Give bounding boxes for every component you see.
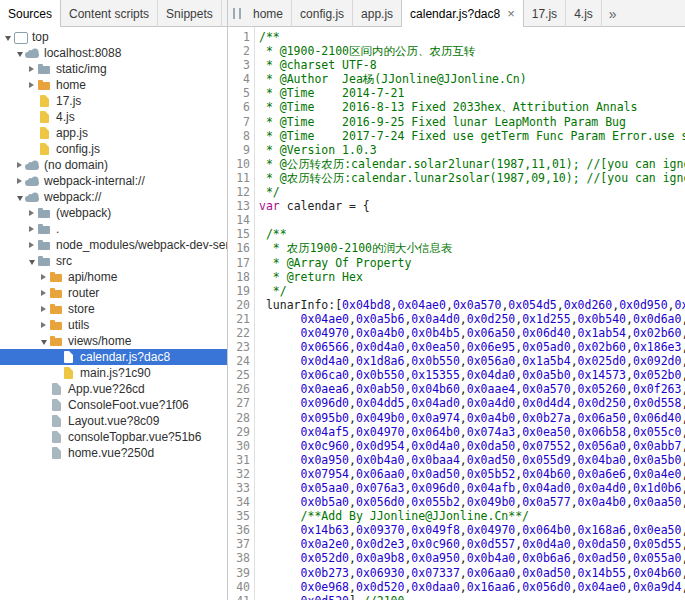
line-number[interactable]: 38 [228,551,250,565]
line-number[interactable]: 6 [228,100,250,114]
line-number[interactable]: 37 [228,537,250,551]
line-number[interactable]: 39 [228,566,250,580]
tree-item-4-js[interactable]: 4.js [0,109,227,125]
tree-item-app-vue-26cd[interactable]: App.vue?26cd [0,381,227,397]
expand-arrow-icon[interactable] [26,226,37,232]
line-number[interactable]: 33 [228,481,250,495]
line-number[interactable]: 29 [228,425,250,439]
line-number[interactable]: 11 [228,171,250,185]
line-number[interactable]: 30 [228,439,250,453]
close-tab-icon[interactable]: × [507,7,515,20]
tree-item-static-img[interactable]: static/img [0,61,227,77]
line-number[interactable]: 27 [228,396,250,410]
tree-item-home-vue-250d[interactable]: home.vue?250d [0,445,227,461]
tree-item-home[interactable]: home [0,77,227,93]
file-tab-4-js[interactable]: 4.js [566,0,602,27]
expand-arrow-icon[interactable] [14,162,25,168]
tree-item-node-modules-webpack-dev-serve[interactable]: node_modules/webpack-dev-serve [0,237,227,253]
line-number[interactable]: 16 [228,241,250,255]
line-number[interactable]: 24 [228,354,250,368]
tree-item-router[interactable]: router [0,285,227,301]
line-number[interactable]: 41 [228,594,250,600]
line-number[interactable]: 17 [228,256,250,270]
line-number[interactable]: 7 [228,115,250,129]
clipped-tab-icon[interactable] [233,8,241,19]
line-number[interactable]: 9 [228,143,250,157]
tab-overflow-button[interactable]: » [602,7,624,21]
line-number[interactable]: 5 [228,86,250,100]
tree-item-utils[interactable]: utils [0,317,227,333]
panel-tab-content-scripts[interactable]: Content scripts [61,0,158,27]
tree-item-app-js[interactable]: app.js [0,125,227,141]
line-number[interactable]: 20 [228,298,250,312]
line-number[interactable]: 14 [228,213,250,227]
tree-item-src[interactable]: src [0,253,227,269]
tree-item-config-js[interactable]: config.js [0,141,227,157]
expand-arrow-icon[interactable] [38,290,49,296]
file-tab-home[interactable]: home [245,0,292,27]
line-number[interactable]: 23 [228,340,250,354]
line-number[interactable]: 13 [228,199,250,213]
line-number[interactable]: 2 [228,44,250,58]
expand-arrow-icon[interactable] [26,210,37,216]
code-editor[interactable]: /** * @1900-2100区间内的公历、农历互转 * @charset U… [255,27,685,600]
file-tab-17-js[interactable]: 17.js [524,0,566,27]
more-options-icon[interactable]: ⋮ [222,7,227,21]
expand-arrow-icon[interactable] [14,178,25,184]
tree-item-layout-vue-8c09[interactable]: Layout.vue?8c09 [0,413,227,429]
expand-arrow-icon[interactable] [38,274,49,280]
file-icon [49,430,64,444]
line-number[interactable]: 25 [228,368,250,382]
tree-item-calendar-js-dac8[interactable]: calendar.js?dac8 [0,349,227,365]
expand-arrow-icon[interactable] [26,82,37,88]
line-number[interactable]: 34 [228,495,250,509]
tree-item-store[interactable]: store [0,301,227,317]
tree-item-api-home[interactable]: api/home [0,269,227,285]
expand-arrow-icon[interactable] [26,66,37,72]
line-number[interactable]: 31 [228,453,250,467]
tree-item-no-domain[interactable]: (no domain) [0,157,227,173]
tree-item-label: static/img [55,62,107,76]
collapse-arrow-icon[interactable] [14,194,25,201]
line-number[interactable]: 32 [228,467,250,481]
line-number[interactable]: 35 [228,509,250,523]
line-number[interactable]: 28 [228,411,250,425]
collapse-arrow-icon[interactable] [38,338,49,345]
file-tab-calendar-js-dac8[interactable]: calendar.js?dac8× [401,0,524,27]
tree-item-main-js-1c90[interactable]: main.js?1c90 [0,365,227,381]
line-number[interactable]: 36 [228,523,250,537]
file-tab-config-js[interactable]: config.js [292,0,353,27]
tree-item-top[interactable]: top [0,29,227,45]
line-number[interactable]: 8 [228,129,250,143]
line-number[interactable]: 26 [228,382,250,396]
collapse-arrow-icon[interactable] [14,50,25,57]
line-number[interactable]: 3 [228,58,250,72]
line-number[interactable]: 1 [228,30,250,44]
line-number[interactable]: 21 [228,312,250,326]
tree-item-consoletopbar-vue-51b6[interactable]: consoleTopbar.vue?51b6 [0,429,227,445]
expand-arrow-icon[interactable] [38,322,49,328]
line-number[interactable]: 10 [228,157,250,171]
line-number[interactable]: 15 [228,227,250,241]
tree-item-17-js[interactable]: 17.js [0,93,227,109]
line-number[interactable]: 4 [228,72,250,86]
tree-item-webpack[interactable]: (webpack) [0,205,227,221]
collapse-arrow-icon[interactable] [2,34,13,41]
collapse-arrow-icon[interactable] [26,258,37,265]
file-tab-app-js[interactable]: app.js [353,0,402,27]
tree-item-webpack[interactable]: webpack:// [0,189,227,205]
tree-item-consolefoot-vue-1f06[interactable]: ConsoleFoot.vue?1f06 [0,397,227,413]
expand-arrow-icon[interactable] [26,242,37,248]
tree-item-dot[interactable]: . [0,221,227,237]
panel-tab-snippets[interactable]: Snippets [158,0,222,27]
line-number[interactable]: 18 [228,270,250,284]
tree-item-views-home[interactable]: views/home [0,333,227,349]
expand-arrow-icon[interactable] [38,306,49,312]
line-number[interactable]: 19 [228,284,250,298]
panel-tab-sources[interactable]: Sources [0,0,61,27]
tree-item-localhost-8088[interactable]: localhost:8088 [0,45,227,61]
line-number[interactable]: 40 [228,580,250,594]
line-number[interactable]: 22 [228,326,250,340]
tree-item-webpack-internal[interactable]: webpack-internal:// [0,173,227,189]
line-number[interactable]: 12 [228,185,250,199]
